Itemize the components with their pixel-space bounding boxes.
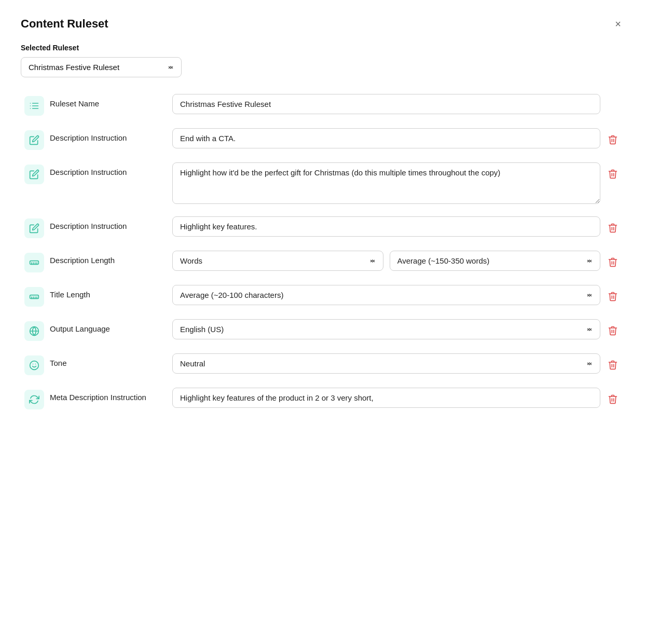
desc-instruction-3-content bbox=[172, 216, 600, 237]
desc-instruction-1-delete bbox=[600, 128, 625, 149]
desc-instruction-3-delete-btn[interactable] bbox=[606, 221, 620, 238]
content-ruleset-modal: Content Ruleset × Selected Ruleset Chris… bbox=[0, 0, 646, 644]
trash-icon-2 bbox=[608, 169, 618, 179]
tone-label: Tone bbox=[48, 353, 172, 367]
row-meta-desc-instruction: Meta Description Instruction bbox=[21, 388, 625, 409]
ruler-icon-box-2 bbox=[24, 287, 44, 307]
ruleset-name-content bbox=[172, 94, 600, 114]
row-output-language-icon-wrapper bbox=[21, 321, 48, 341]
trash-icon-4 bbox=[608, 257, 618, 267]
title-length-delete-btn[interactable] bbox=[606, 289, 620, 306]
tone-content: Neutral Formal Casual Friendly Professio… bbox=[172, 353, 600, 374]
title-length-label: Title Length bbox=[48, 285, 172, 299]
title-length-select[interactable]: Short (~5-20 characters) Average (~20-10… bbox=[172, 285, 600, 305]
meta-desc-instruction-input[interactable] bbox=[172, 388, 600, 408]
pencil-icon-box-2 bbox=[24, 165, 44, 184]
row-desc1-icon-wrapper bbox=[21, 130, 48, 150]
title-length-delete bbox=[600, 285, 625, 306]
desc-instruction-3-delete bbox=[600, 216, 625, 238]
desc-length-unit-select[interactable]: Words Characters Sentences bbox=[172, 251, 383, 271]
tone-delete-btn[interactable] bbox=[606, 358, 620, 375]
row-ruleset-name-icon-wrapper bbox=[21, 96, 48, 116]
pencil-icon-box-3 bbox=[24, 218, 44, 238]
desc-length-delete bbox=[600, 251, 625, 272]
title-length-content: Short (~5-20 characters) Average (~20-10… bbox=[172, 285, 600, 305]
globe-icon bbox=[29, 326, 39, 336]
desc-length-content: Words Characters Sentences Short (~50-15… bbox=[172, 251, 600, 271]
trash-icon-6 bbox=[608, 325, 618, 336]
row-desc-length: Description Length Words Characters Sent… bbox=[21, 251, 625, 272]
output-language-delete bbox=[600, 319, 625, 340]
row-desc-length-icon-wrapper bbox=[21, 253, 48, 272]
desc-instruction-2-textarea[interactable]: Highlight how it'd be the perfect gift f… bbox=[172, 162, 600, 204]
ruleset-name-delete-placeholder bbox=[600, 94, 625, 98]
meta-desc-instruction-content bbox=[172, 388, 600, 408]
modal-header: Content Ruleset × bbox=[21, 17, 625, 31]
row-title-length-icon-wrapper bbox=[21, 287, 48, 307]
row-ruleset-name: Ruleset Name bbox=[21, 94, 625, 116]
output-language-delete-btn[interactable] bbox=[606, 323, 620, 340]
refresh-icon bbox=[29, 394, 39, 405]
trash-icon-7 bbox=[608, 360, 618, 370]
pencil-icon-box-1 bbox=[24, 130, 44, 150]
desc-instruction-2-label: Description Instruction bbox=[48, 162, 172, 176]
ruleset-dropdown[interactable]: Christmas Festive Ruleset Default Rulese… bbox=[21, 57, 182, 77]
desc-length-delete-btn[interactable] bbox=[606, 255, 620, 272]
trash-icon-3 bbox=[608, 223, 618, 233]
desc-instruction-1-input[interactable] bbox=[172, 128, 600, 148]
desc-instruction-3-label: Description Instruction bbox=[48, 216, 172, 230]
selected-ruleset-label: Selected Ruleset bbox=[21, 44, 625, 52]
row-desc-instruction-2: Description Instruction Highlight how it… bbox=[21, 162, 625, 204]
desc-instruction-2-content: Highlight how it'd be the perfect gift f… bbox=[172, 162, 600, 204]
desc-instruction-2-delete-btn[interactable] bbox=[606, 167, 620, 184]
row-desc2-icon-wrapper bbox=[21, 165, 48, 184]
pencil-icon-1 bbox=[29, 135, 39, 145]
output-language-content: English (US) English (UK) French German … bbox=[172, 319, 600, 339]
desc-length-size-select[interactable]: Short (~50-150 words) Average (~150-350 … bbox=[390, 251, 601, 271]
row-tone-icon-wrapper bbox=[21, 355, 48, 375]
pencil-icon-3 bbox=[29, 223, 39, 234]
smiley-icon-box bbox=[24, 355, 44, 375]
ruler-icon-2 bbox=[29, 292, 39, 302]
row-desc3-icon-wrapper bbox=[21, 218, 48, 238]
row-desc-instruction-1: Description Instruction bbox=[21, 128, 625, 150]
row-title-length: Title Length Short (~5-20 characters) Av… bbox=[21, 285, 625, 307]
list-icon-box bbox=[24, 96, 44, 116]
smiley-icon bbox=[29, 360, 39, 371]
meta-desc-instruction-delete-btn[interactable] bbox=[606, 392, 620, 409]
modal-title: Content Ruleset bbox=[21, 17, 108, 31]
row-output-language: Output Language English (US) English (UK… bbox=[21, 319, 625, 341]
desc-instruction-1-content bbox=[172, 128, 600, 148]
pencil-icon-2 bbox=[29, 169, 39, 180]
row-tone: Tone Neutral Formal Casual Friendly Prof… bbox=[21, 353, 625, 375]
svg-point-18 bbox=[30, 361, 39, 370]
ruler-icon-box-1 bbox=[24, 253, 44, 272]
desc-instruction-2-delete bbox=[600, 162, 625, 184]
globe-icon-box bbox=[24, 321, 44, 341]
desc-instruction-1-delete-btn[interactable] bbox=[606, 132, 620, 149]
output-language-select[interactable]: English (US) English (UK) French German … bbox=[172, 319, 600, 339]
trash-icon-1 bbox=[608, 134, 618, 145]
refresh-icon-box bbox=[24, 390, 44, 409]
ruleset-name-label: Ruleset Name bbox=[48, 94, 172, 108]
tone-select[interactable]: Neutral Formal Casual Friendly Professio… bbox=[172, 353, 600, 374]
meta-desc-instruction-label: Meta Description Instruction bbox=[48, 388, 172, 402]
row-desc-instruction-3: Description Instruction bbox=[21, 216, 625, 238]
ruler-icon-1 bbox=[29, 257, 39, 268]
close-button[interactable]: × bbox=[611, 17, 625, 31]
desc-instruction-3-input[interactable] bbox=[172, 216, 600, 237]
meta-desc-instruction-delete bbox=[600, 388, 625, 409]
ruleset-name-input[interactable] bbox=[172, 94, 600, 114]
row-meta-desc-icon-wrapper bbox=[21, 390, 48, 409]
output-language-label: Output Language bbox=[48, 319, 172, 333]
trash-icon-5 bbox=[608, 291, 618, 302]
list-icon bbox=[29, 101, 39, 111]
tone-delete bbox=[600, 353, 625, 375]
desc-length-label: Description Length bbox=[48, 251, 172, 265]
selected-ruleset-section: Selected Ruleset Christmas Festive Rules… bbox=[21, 44, 625, 77]
trash-icon-8 bbox=[608, 394, 618, 404]
desc-instruction-1-label: Description Instruction bbox=[48, 128, 172, 142]
